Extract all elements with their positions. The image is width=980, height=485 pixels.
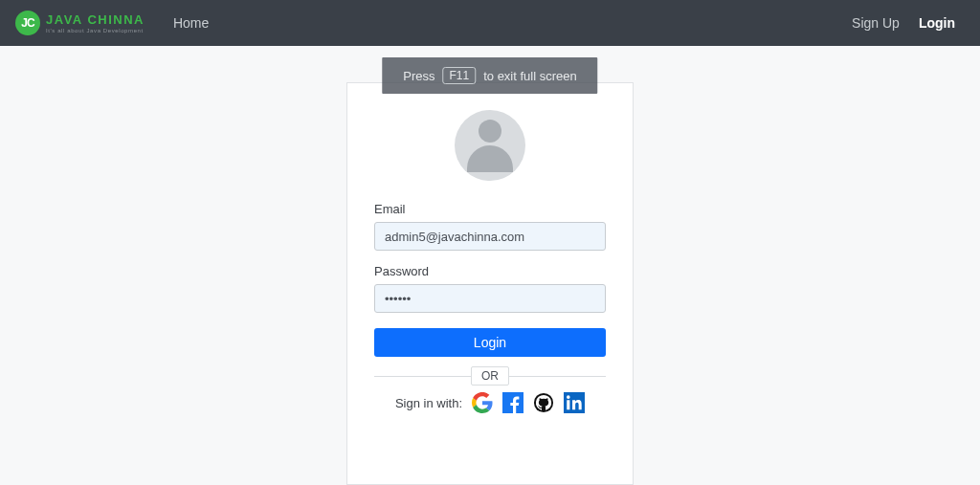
- fs-key: F11: [443, 67, 477, 84]
- avatar-icon: [455, 110, 525, 181]
- login-card: Email Password Login OR Sign in with:: [346, 82, 634, 485]
- page-area: Press F11 to exit full screen Email Pass…: [0, 46, 980, 485]
- brand-text: JAVA CHINNA It's all about Java Developm…: [46, 13, 145, 33]
- signin-with-label: Sign in with:: [395, 396, 462, 410]
- brand-name: JAVA CHINNA: [46, 13, 145, 26]
- github-icon[interactable]: [533, 392, 554, 413]
- brand-logo-icon: JC: [15, 11, 40, 35]
- navbar-right: Sign Up Login: [842, 15, 965, 31]
- nav-login[interactable]: Login: [909, 15, 965, 31]
- login-button[interactable]: Login: [374, 328, 606, 357]
- password-label: Password: [374, 264, 606, 278]
- email-field[interactable]: [374, 222, 606, 251]
- password-field[interactable]: [374, 284, 606, 313]
- divider-label: OR: [471, 366, 509, 386]
- fullscreen-hint: Press F11 to exit full screen: [382, 57, 597, 94]
- facebook-icon[interactable]: [502, 392, 523, 413]
- avatar-wrap: [374, 110, 606, 181]
- google-icon[interactable]: [472, 392, 493, 413]
- nav-signup[interactable]: Sign Up: [842, 15, 909, 31]
- nav-home[interactable]: Home: [164, 15, 218, 31]
- fs-hint-post: to exit full screen: [483, 69, 577, 83]
- brand-tagline: It's all about Java Development: [46, 28, 145, 33]
- signin-row: Sign in with:: [374, 392, 606, 413]
- fs-hint-pre: Press: [403, 69, 434, 83]
- brand[interactable]: JC JAVA CHINNA It's all about Java Devel…: [15, 11, 145, 35]
- social-icons: [472, 392, 585, 413]
- divider: OR: [374, 376, 606, 377]
- navbar: JC JAVA CHINNA It's all about Java Devel…: [0, 0, 980, 46]
- email-label: Email: [374, 202, 606, 216]
- linkedin-icon[interactable]: [564, 392, 585, 413]
